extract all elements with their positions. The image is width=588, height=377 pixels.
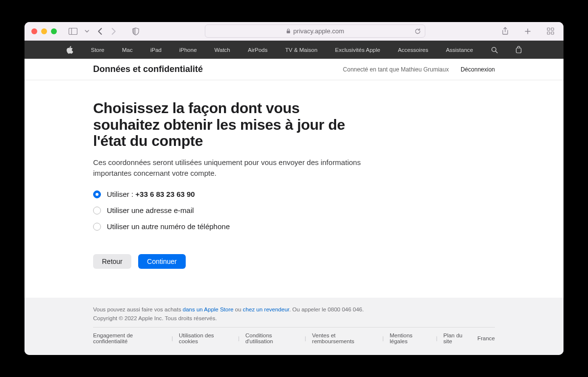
tab-overview-icon[interactable] xyxy=(544,26,557,37)
page-footer: Vous pouvez aussi faire vos achats dans … xyxy=(24,298,564,355)
footer-link-privacy[interactable]: Engagement de confidentialité xyxy=(93,332,166,344)
minimize-window-button[interactable] xyxy=(41,28,47,34)
maximize-window-button[interactable] xyxy=(51,28,57,34)
lock-icon xyxy=(286,28,291,34)
footer-link-cookies[interactable]: Utilisation des cookies xyxy=(179,332,232,344)
footer-shop-line: Vous pouvez aussi faire vos achats dans … xyxy=(93,306,495,312)
option-use-other-phone[interactable]: Utiliser un autre numéro de téléphone xyxy=(93,222,495,231)
browser-window: privacy.apple.com Store Mac iPad xyxy=(24,22,564,355)
local-header: Données et confidentialité Connecté en t… xyxy=(24,59,564,80)
back-button[interactable] xyxy=(97,27,102,35)
url-text: privacy.apple.com xyxy=(294,27,344,35)
footer-copyright: Copyright © 2022 Apple Inc. Tous droits … xyxy=(93,315,495,321)
nav-store[interactable]: Store xyxy=(91,47,104,53)
continue-button[interactable]: Continuer xyxy=(138,254,186,269)
footer-link-apple-store[interactable]: dans un Apple Store xyxy=(183,306,234,312)
privacy-shield-icon[interactable] xyxy=(129,26,142,37)
radio-label: Utiliser un autre numéro de téléphone xyxy=(107,222,230,231)
nav-watch[interactable]: Watch xyxy=(215,47,230,53)
svg-rect-4 xyxy=(551,28,554,30)
forward-button[interactable] xyxy=(111,27,117,35)
nav-accessories[interactable]: Accessoires xyxy=(398,47,428,53)
share-icon[interactable] xyxy=(499,26,512,37)
svg-rect-0 xyxy=(69,28,77,34)
svg-rect-3 xyxy=(547,28,550,30)
main-content: Choisissez la façon dont vous souhaitez … xyxy=(93,80,495,298)
svg-rect-5 xyxy=(547,32,550,34)
svg-line-8 xyxy=(495,51,497,53)
connected-as-text: Connecté en tant que Mathieu Grumiaux xyxy=(343,66,449,73)
window-controls xyxy=(31,28,57,34)
sidebar-toggle-icon[interactable] xyxy=(67,26,79,37)
signout-link[interactable]: Déconnexion xyxy=(461,66,495,73)
address-bar[interactable]: privacy.apple.com xyxy=(205,24,425,38)
footer-links-row: Engagement de confidentialité| Utilisati… xyxy=(93,327,495,344)
main-heading: Choisissez la façon dont vous souhaitez … xyxy=(93,100,368,149)
new-tab-icon[interactable] xyxy=(521,26,534,37)
page-title: Données et confidentialité xyxy=(93,64,203,74)
svg-point-7 xyxy=(491,47,496,51)
nav-mac[interactable]: Mac xyxy=(122,47,133,53)
footer-link-sitemap[interactable]: Plan du site xyxy=(443,332,471,344)
close-window-button[interactable] xyxy=(31,28,37,34)
nav-tv[interactable]: TV & Maison xyxy=(285,47,318,53)
reload-icon[interactable] xyxy=(415,28,421,35)
footer-link-reseller[interactable]: chez un revendeur xyxy=(243,306,290,312)
nav-airpods[interactable]: AirPods xyxy=(248,47,268,53)
content-scroll: Choisissez la façon dont vous souhaitez … xyxy=(24,80,564,355)
chevron-down-icon[interactable] xyxy=(83,26,90,37)
svg-rect-9 xyxy=(516,48,521,53)
svg-rect-6 xyxy=(551,32,554,34)
footer-link-terms[interactable]: Conditions d'utilisation xyxy=(245,332,299,344)
footer-link-legal[interactable]: Mentions légales xyxy=(390,332,430,344)
search-icon[interactable] xyxy=(491,47,498,53)
button-row: Retour Continuer xyxy=(93,254,495,269)
radio-label: Utiliser : +33 6 83 23 63 90 xyxy=(107,190,195,198)
main-subtext: Ces coordonnées seront utilisées uniquem… xyxy=(93,157,368,179)
nav-support[interactable]: Assistance xyxy=(446,47,473,53)
apple-global-nav: Store Mac iPad iPhone Watch AirPods TV &… xyxy=(24,41,564,59)
radio-label: Utiliser une adresse e-mail xyxy=(107,206,194,214)
contact-options: Utiliser : +33 6 83 23 63 90 Utiliser un… xyxy=(93,190,495,231)
footer-link-sales[interactable]: Ventes et remboursements xyxy=(312,332,376,344)
option-use-phone[interactable]: Utiliser : +33 6 83 23 63 90 xyxy=(93,190,495,198)
nav-ipad[interactable]: iPad xyxy=(150,47,162,53)
radio-indicator xyxy=(93,207,101,214)
svg-rect-2 xyxy=(287,31,290,34)
radio-indicator xyxy=(93,190,101,198)
browser-toolbar: privacy.apple.com xyxy=(24,22,564,41)
option-use-email[interactable]: Utiliser une adresse e-mail xyxy=(93,206,495,214)
apple-logo-icon[interactable] xyxy=(66,46,73,54)
nav-exclusives[interactable]: Exclusivités Apple xyxy=(335,47,380,53)
nav-iphone[interactable]: iPhone xyxy=(179,47,197,53)
back-button-page[interactable]: Retour xyxy=(93,254,131,269)
radio-indicator xyxy=(93,223,101,231)
bag-icon[interactable] xyxy=(515,46,522,53)
footer-region[interactable]: France xyxy=(477,335,495,341)
